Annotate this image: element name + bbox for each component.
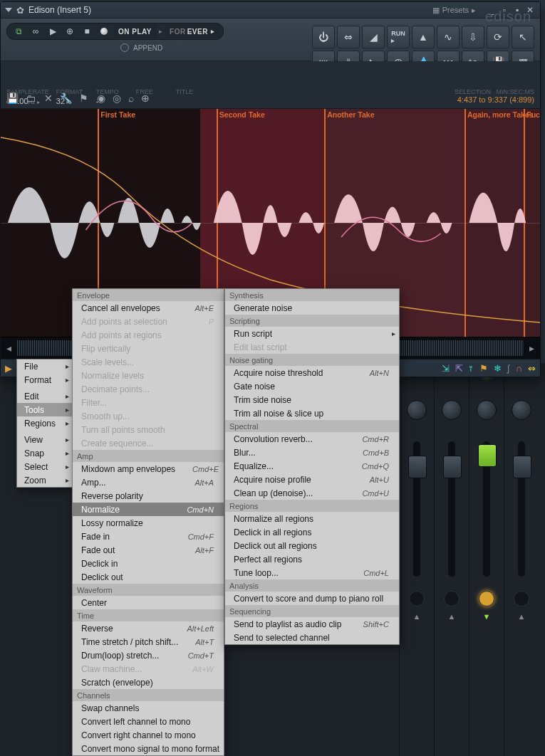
envelope-icon[interactable]: ⇲ <box>442 363 450 374</box>
mute-button[interactable] <box>444 591 460 607</box>
pan-knob[interactable] <box>512 400 531 420</box>
append-toggle[interactable]: APPEND <box>6 42 224 53</box>
menu-acquire-threshold[interactable]: Acquire noise thresholdAlt+N <box>225 366 399 379</box>
menu-declick-out[interactable]: Declick out <box>73 570 224 584</box>
menu-scratch[interactable]: Scratch (envelope) <box>73 676 224 689</box>
import-button[interactable]: ⇩ <box>462 26 484 48</box>
menu-decimate-points[interactable]: Decimate points... <box>73 382 224 396</box>
menu-declick-out-regions[interactable]: Declick out all regions <box>225 539 399 552</box>
play-selection-icon[interactable]: ▶ <box>5 363 12 374</box>
flag-icon[interactable]: ⚑ <box>479 363 488 374</box>
envelope-icon[interactable]: ⇱ <box>455 363 463 374</box>
wrench-icon[interactable]: ✕ <box>44 93 53 104</box>
volume-fader[interactable] <box>413 441 420 577</box>
settings-icon[interactable]: ✿ <box>16 5 24 16</box>
menu-edit-last-script[interactable]: Edit last script <box>225 340 399 354</box>
cursor-button[interactable]: ↖ <box>512 26 534 48</box>
menu-create-sequence[interactable]: Create sequence... <box>73 436 224 450</box>
menu-declick-in[interactable]: Declick in <box>73 557 224 570</box>
menu-convert-right-mono[interactable]: Convert right channel to mono <box>73 728 224 742</box>
menu-tools[interactable]: Tools▸ <box>17 403 73 416</box>
menu-normalize[interactable]: NormalizeCmd+N <box>73 503 224 516</box>
pan-knob[interactable] <box>442 400 462 420</box>
stretch-button[interactable]: ⇔ <box>337 26 360 48</box>
power-button[interactable]: ⏻ <box>312 26 335 48</box>
pan-knob[interactable] <box>477 400 497 420</box>
menu-mixdown-envelopes[interactable]: Mixdown amp envelopesCmd+E <box>73 462 224 476</box>
menu-convert-mono-format[interactable]: Convert mono signal to mono format <box>73 742 224 755</box>
mixer-channel[interactable]: ▲ <box>399 363 434 756</box>
mute-button[interactable] <box>409 591 425 607</box>
loop-icon[interactable]: ∞ <box>28 25 43 38</box>
menu-swap-channels[interactable]: Swap channels <box>73 701 224 715</box>
record-length[interactable]: FOR EVER ▸ <box>165 25 219 38</box>
menu-cleanup-denoise[interactable]: Clean up (denoise)...Cmd+U <box>225 486 399 500</box>
run-script-button[interactable]: RUN▸ <box>387 26 410 48</box>
mixer-channel[interactable]: ▲ <box>434 363 469 756</box>
mixer-channel[interactable]: ▲ <box>504 363 539 756</box>
menu-fade-in[interactable]: Fade inCmd+F <box>73 530 224 543</box>
menu-gate-noise[interactable]: Gate noise <box>225 379 399 393</box>
menu-file[interactable]: File▸ <box>17 359 73 373</box>
menu-fade-out[interactable]: Fade outAlt+F <box>73 543 224 557</box>
menu-edit[interactable]: Edit▸ <box>17 389 73 403</box>
menu-blur[interactable]: Blur...Cmd+B <box>225 446 399 459</box>
tools-submenu-right[interactable]: Synthesis Generate noise Scripting Run s… <box>224 288 400 645</box>
menu-format[interactable]: Format▸ <box>17 373 73 387</box>
menu-zoom[interactable]: Zoom▸ <box>17 473 73 487</box>
menu-smooth-up[interactable]: Smooth up... <box>73 409 224 423</box>
menu-filter[interactable]: Filter... <box>73 396 224 409</box>
flag-icon[interactable]: ⚑ <box>79 93 88 104</box>
fade-in-button[interactable]: ◢ <box>362 26 385 48</box>
menu-convert-left-mono[interactable]: Convert left channel to mono <box>73 715 224 728</box>
menu-declick-in-regions[interactable]: Declick in all regions <box>225 525 399 539</box>
menu-drum-stretch[interactable]: Drum(loop) stretch...Cmd+T <box>73 649 224 662</box>
menu-tune-loop[interactable]: Tune loop...Cmd+L <box>225 566 399 579</box>
menu-convert-to-score[interactable]: Convert to score and dump to piano roll <box>225 592 399 605</box>
tune-icon[interactable]: ⫯ <box>469 363 474 374</box>
menu-turn-smooth[interactable]: Turn all points smooth <box>73 423 224 436</box>
menu-amp[interactable]: Amp...Alt+A <box>73 476 224 489</box>
play-button[interactable]: ▶ <box>46 25 60 38</box>
menu-acquire-profile[interactable]: Acquire noise profileAlt+U <box>225 473 399 486</box>
menu-generate-noise[interactable]: Generate noise <box>225 301 399 315</box>
record-button[interactable] <box>97 25 111 38</box>
menu-select[interactable]: Select▸ <box>17 460 73 473</box>
menu-normalize-levels[interactable]: Normalize levels <box>73 369 224 382</box>
target-icon[interactable]: ◎ <box>113 93 121 104</box>
eye-icon[interactable]: ◉ <box>97 93 105 104</box>
menu-run-script[interactable]: Run script▸ <box>225 327 399 340</box>
menu-time-stretch[interactable]: Time stretch / pitch shift...Alt+T <box>73 635 224 649</box>
titlebar[interactable]: ✿ Edison (Insert 5) ▦ Presets ▸ _ ▫ ▪ ✕ <box>1 2 540 19</box>
wave-button[interactable]: ∿ <box>437 26 460 48</box>
menu-scale-levels[interactable]: Scale levels... <box>73 355 224 369</box>
menu-regions[interactable]: Regions▸ <box>17 416 73 430</box>
search-icon[interactable]: ⌕ <box>128 93 134 104</box>
menu-send-to-playlist[interactable]: Send to playlist as audio clipShift+C <box>225 617 399 631</box>
scroll-right-button[interactable]: ▸ <box>526 342 537 354</box>
menu-cancel-envelopes[interactable]: Cancel all envelopesAlt+E <box>73 301 224 315</box>
menu-dropdown-icon[interactable] <box>5 8 12 12</box>
mixer-channel-selected[interactable]: ▼ <box>469 363 504 756</box>
menu-claw-machine[interactable]: Claw machine...Alt+W <box>73 662 224 676</box>
rocket-button[interactable]: ▲ <box>412 26 435 48</box>
pan-knob[interactable] <box>407 400 427 420</box>
menu-flip-vertically[interactable]: Flip vertically <box>73 342 224 355</box>
scroll-left-button[interactable]: ◂ <box>4 342 14 354</box>
record-mode[interactable]: ON PLAY <box>114 25 156 38</box>
tools-submenu-left[interactable]: Envelope Cancel all envelopesAlt+E Add p… <box>72 288 224 756</box>
presets-button[interactable]: ▦ Presets ▸ <box>432 6 476 15</box>
menu-add-points-selection[interactable]: Add points at selectionP <box>73 315 224 328</box>
menu-add-points-regions[interactable]: Add points at regions <box>73 328 224 342</box>
volume-fader[interactable] <box>518 441 525 577</box>
headphones-icon[interactable]: ∩ <box>516 363 522 374</box>
menu-trim-side-noise[interactable]: Trim side noise <box>225 393 399 406</box>
snowflake-icon[interactable]: ❄ <box>494 363 502 374</box>
menu-lossy-normalize[interactable]: Lossy normalize <box>73 516 224 530</box>
save-icon[interactable]: 💾 <box>6 93 19 104</box>
spanner-icon[interactable]: 🔧 <box>60 93 72 104</box>
volume-fader[interactable] <box>448 441 455 577</box>
menu-reverse-polarity[interactable]: Reverse polarity <box>73 489 224 503</box>
link-icon[interactable]: ⇔ <box>528 363 536 374</box>
mute-button[interactable] <box>514 591 529 607</box>
